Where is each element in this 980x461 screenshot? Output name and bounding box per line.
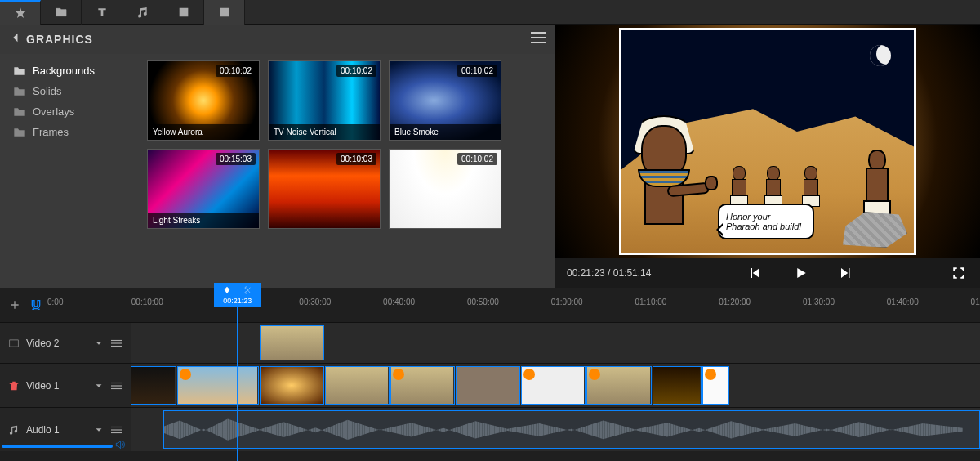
svg-rect-9 [111,387,122,388]
svg-rect-4 [111,339,122,340]
track-label: Video 1 [26,380,87,392]
preview-panel: Honor your Pharaoh and build! 00:21:23 /… [555,25,980,288]
graphics-thumb[interactable]: 00:10:02Blue Smoke [389,60,501,141]
thumbnail-grid: 00:10:02Yellow Aurora00:10:02TV Noise Ve… [137,54,555,288]
track-body-video2[interactable] [131,323,980,363]
tracks: Video 2 Video 1 Audio 1 [0,322,980,461]
tab-music[interactable] [122,0,163,25]
folder-solids[interactable]: Solids [10,81,127,101]
moon-shape [870,45,891,66]
preview-canvas: Honor your Pharaoh and build! [555,25,980,258]
tab-image-edit[interactable] [163,0,204,25]
film-icon [8,338,20,349]
video-clip[interactable] [177,366,259,405]
svg-rect-12 [111,432,122,432]
thumb-duration: 00:15:03 [216,153,256,165]
folder-overlays[interactable]: Overlays [10,101,127,122]
fullscreen-button[interactable] [949,263,969,283]
preview-timecode: 00:21:23 / 01:51:14 [567,267,651,279]
svg-rect-5 [111,342,122,343]
thumb-name: TV Noise Vertical [269,124,380,140]
track-label: Audio 1 [26,424,87,436]
graphics-thumb[interactable]: 00:10:03 [268,149,381,229]
cut-icon[interactable] [243,286,252,294]
thumb-name: Yellow Aurora [148,124,259,140]
svg-rect-0 [531,32,546,34]
playhead[interactable]: 00:21:23 [237,288,238,461]
top-tabs [0,0,980,25]
playhead-time: 00:21:23 [217,297,258,305]
ruler-tick: 00:40:00 [383,298,415,307]
add-track-icon[interactable] [8,298,21,311]
audio-clip[interactable] [163,410,980,449]
tab-graphics[interactable] [204,0,245,25]
graphics-thumb[interactable]: 00:10:02 [389,149,501,229]
track-body-audio1[interactable] [131,408,980,451]
chevron-down-icon[interactable] [93,338,105,349]
thumb-duration: 00:10:02 [457,153,497,165]
folder-frames[interactable]: Frames [10,122,127,142]
ruler-tick: 00:10:00 [131,298,163,307]
video-clip[interactable] [260,325,324,360]
speaker-icon[interactable] [114,439,126,453]
track-label: Video 2 [26,338,87,349]
clip-marker-icon [705,369,716,380]
marker-icon[interactable] [223,286,231,294]
list-view-icon[interactable] [531,32,546,47]
next-frame-button[interactable] [836,263,856,283]
preview-scene: Honor your Pharaoh and build! [619,28,916,255]
svg-rect-11 [111,429,122,430]
svg-rect-2 [531,42,546,43]
ruler-tick: 01:10:00 [635,298,666,307]
video-clip[interactable] [653,366,702,405]
track-body-video1[interactable] [131,364,980,407]
tab-folder-plus[interactable] [41,0,82,25]
playhead-flag[interactable]: 00:21:23 [214,283,261,307]
thumb-name: Light Streaks [148,213,259,228]
graphics-thumb[interactable]: 00:15:03Light Streaks [147,149,260,229]
prev-frame-button[interactable] [745,263,764,283]
menu-icon[interactable] [111,380,122,392]
tab-star[interactable] [0,0,41,25]
menu-icon[interactable] [111,424,122,436]
graphics-thumb[interactable]: 00:10:02TV Noise Vertical [268,60,381,141]
track-video2: Video 2 [0,322,980,363]
music-icon [8,424,20,436]
folder-backgrounds[interactable]: Backgrounds [10,60,127,81]
preview-controls: 00:21:23 / 01:51:14 [555,258,980,288]
graphics-panel: GRAPHICS BackgroundsSolidsOverlaysFrames… [0,25,555,288]
video-clip[interactable] [702,366,729,405]
svg-rect-10 [111,426,122,427]
video-clip[interactable] [521,366,586,405]
chevron-down-icon[interactable] [93,380,105,392]
video-clip[interactable] [260,366,324,405]
tab-text[interactable] [82,0,122,25]
svg-rect-1 [531,37,546,38]
menu-icon[interactable] [111,338,122,349]
video-clip[interactable] [390,366,455,405]
ruler-tick: 01:40:00 [887,298,919,307]
video-clip[interactable] [131,366,176,405]
thumb-duration: 00:10:02 [216,65,256,77]
back-icon[interactable] [10,32,20,47]
track-audio1: Audio 1 [0,407,980,451]
trash-icon[interactable] [8,380,20,392]
video-clip[interactable] [586,366,651,405]
ruler-tick: 00:50:00 [467,298,499,307]
play-button[interactable] [791,263,810,283]
waveform [164,414,963,445]
graphics-thumb[interactable]: 00:10:02Yellow Aurora [147,60,260,141]
svg-rect-6 [111,345,122,346]
timeline-ruler[interactable]: 00:21:23 0:0000:10:0000:20:0000:30:0000:… [47,288,980,322]
volume-slider[interactable] [2,445,113,448]
snap-icon[interactable] [29,298,42,311]
chevron-down-icon[interactable] [93,424,105,436]
ruler-tick: 01:00:00 [551,298,583,307]
thumb-duration: 00:10:02 [336,65,376,77]
video-clip[interactable] [456,366,520,405]
speech-bubble: Honor your Pharaoh and build! [718,204,814,239]
svg-rect-7 [111,382,122,383]
thumb-duration: 00:10:02 [457,65,497,77]
video-clip[interactable] [325,366,390,405]
thumb-name: Blue Smoke [390,124,501,140]
